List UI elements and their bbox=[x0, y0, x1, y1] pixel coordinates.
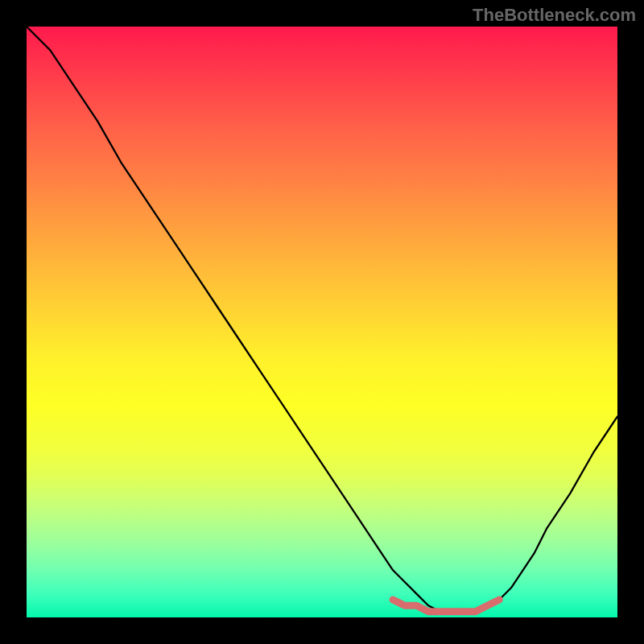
main-curve bbox=[27, 27, 617, 612]
flat-highlight bbox=[393, 600, 499, 612]
watermark-label: TheBottleneck.com bbox=[473, 5, 636, 26]
chart-plot-area bbox=[27, 27, 617, 617]
chart-svg bbox=[27, 27, 617, 617]
